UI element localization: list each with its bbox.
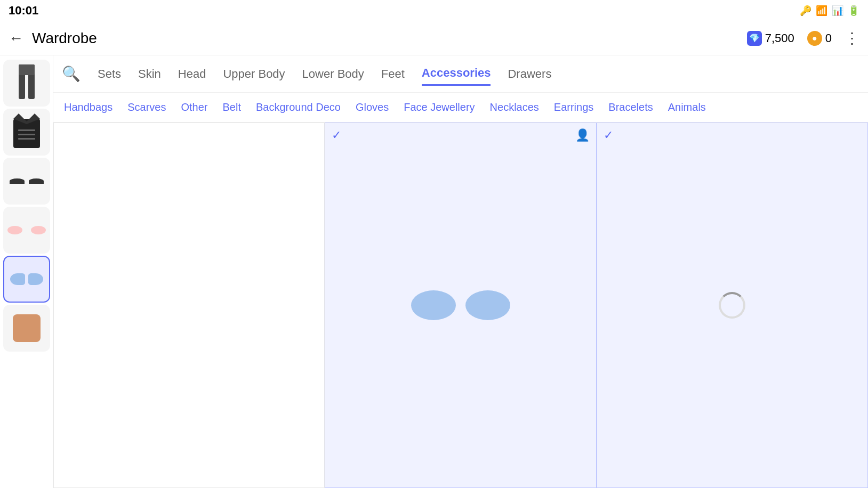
subtab-other[interactable]: Other [179,98,210,117]
svg-rect-2 [19,64,35,75]
wing-left-icon [10,273,25,285]
sidebar-item-pants[interactable] [3,60,50,107]
wing-left-preview [409,288,457,323]
svg-point-34 [465,290,510,320]
tab-feet[interactable]: Feet [381,63,405,85]
subtab-necklaces[interactable]: Necklaces [488,98,541,117]
tab-sets[interactable]: Sets [98,63,121,85]
item-grid: ✓ 👤 ✓ [53,123,868,488]
svg-point-33 [411,290,456,320]
status-bar: 10:01 🔑 📶 📊 🔋 [0,0,868,21]
svg-rect-7 [18,138,35,140]
page-title: Wardrobe [32,30,97,47]
grid-cell-2[interactable]: ✓ 👤 [325,123,596,488]
check-icon-2: ✓ [604,128,613,142]
coin-value: 0 [825,31,832,45]
status-icons: 🔑 📶 📊 🔋 [800,5,859,17]
check-icon: ✓ [332,128,341,142]
nav-tabs: 🔍 Sets Skin Head Upper Body Lower Body F… [53,55,868,93]
status-time: 10:01 [9,4,38,18]
gem-value: 7,500 [765,31,794,45]
gem-currency: 💎 7,500 [747,31,794,46]
pants-icon [13,64,40,102]
subtab-earrings[interactable]: Earrings [552,98,596,117]
search-icon-nav[interactable]: 🔍 [62,65,81,83]
left-sidebar [0,55,53,488]
sidebar-item-blush[interactable] [3,207,50,254]
sidebar-item-top[interactable] [3,109,50,156]
blush-preview [7,226,46,234]
gem-icon: 💎 [747,31,762,46]
svg-rect-6 [18,134,35,135]
tab-drawers[interactable]: Drawers [508,63,551,85]
bottom-area: 🔍 Sets Skin Head Upper Body Lower Body F… [53,55,868,488]
subtab-animals[interactable]: Animals [666,98,708,117]
signal-icon: 📊 [832,5,843,17]
wing-right-preview [464,288,512,323]
subtab-background-deco[interactable]: Background Deco [254,98,343,117]
subtab-scarves[interactable]: Scarves [125,98,168,117]
wing-right-icon [28,273,43,285]
coin-currency: ● 0 [807,31,832,46]
skin-swatch [13,314,41,342]
tab-accessories[interactable]: Accessories [422,62,491,86]
coin-icon: ● [807,31,822,46]
loading-indicator [719,292,745,319]
grid-cell-1[interactable] [53,123,325,488]
tab-skin[interactable]: Skin [138,63,161,85]
sidebar-item-wings[interactable] [3,256,50,303]
wifi-icon: 📶 [816,5,827,17]
left-blush [7,226,22,234]
top-icon [11,113,43,151]
wings-item-image [409,288,512,323]
subtab-handbags[interactable]: Handbags [62,98,115,117]
svg-rect-5 [18,129,35,131]
app-bar-right: 💎 7,500 ● 0 ⋮ [747,29,859,47]
grid-cell-3[interactable]: ✓ [597,123,868,488]
subtab-bracelets[interactable]: Bracelets [606,98,655,117]
eyelashes-preview [10,178,44,184]
app-bar: ← Wardrobe 💎 7,500 ● 0 ⋮ [0,21,868,55]
multi-select-icon: 👤 [575,128,590,142]
wings-preview [10,273,43,285]
battery-icon: 🔋 [848,5,859,17]
subtab-belt[interactable]: Belt [220,98,243,117]
tab-lower-body[interactable]: Lower Body [302,63,364,85]
sub-tabs: Handbags Scarves Other Belt Background D… [53,93,868,123]
key-icon: 🔑 [800,5,811,17]
sidebar-item-eyelashes[interactable] [3,158,50,205]
sidebar-item-skin[interactable] [3,305,50,352]
app-bar-left: ← Wardrobe [9,30,97,47]
tab-upper-body[interactable]: Upper Body [223,63,285,85]
right-blush [31,226,46,234]
left-eyelash [10,178,25,184]
tab-head[interactable]: Head [178,63,206,85]
right-eyelash [29,178,44,184]
back-button[interactable]: ← [9,30,23,47]
more-button[interactable]: ⋮ [845,29,859,47]
subtab-face-jewellery[interactable]: Face Jewellery [401,98,477,117]
subtab-gloves[interactable]: Gloves [353,98,391,117]
